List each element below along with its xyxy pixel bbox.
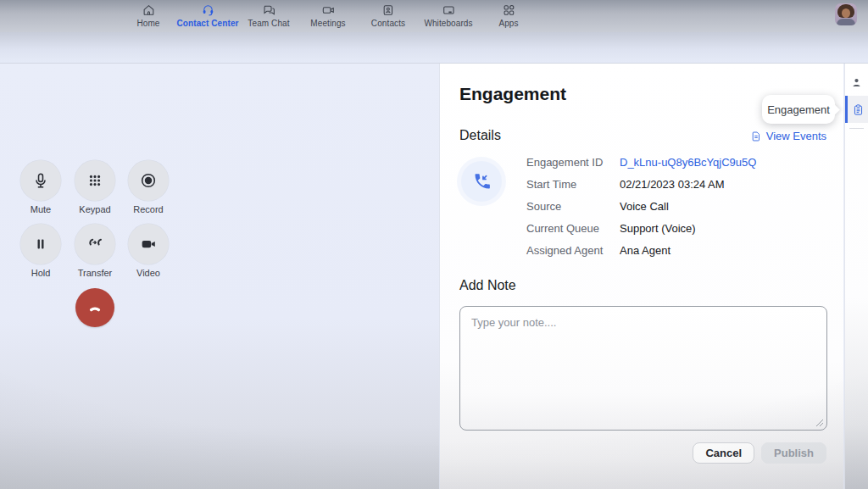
note-input[interactable] <box>459 306 827 431</box>
rail-profile-button[interactable] <box>845 69 868 96</box>
avatar-body <box>837 19 855 25</box>
keypad-dots-icon <box>75 160 115 201</box>
microphone-icon <box>20 160 61 201</box>
keypad-label: Keypad <box>68 204 122 214</box>
nav-team-chat-label: Team Chat <box>248 19 289 28</box>
detail-row-assigned-agent: Assigned Agent Ana Agent <box>526 245 756 257</box>
nav-apps[interactable]: Apps <box>498 3 518 28</box>
home-icon <box>141 3 155 17</box>
person-icon <box>850 76 863 89</box>
detail-label: Assigned Agent <box>526 245 620 257</box>
rail-divider <box>849 128 864 129</box>
document-icon <box>750 131 762 142</box>
nav-apps-label: Apps <box>498 19 518 28</box>
nav-whiteboards[interactable]: Whiteboards <box>424 3 472 28</box>
mute-button[interactable]: Mute <box>14 160 68 214</box>
nav-meetings[interactable]: Meetings <box>310 3 345 28</box>
engagement-tooltip: Engagement <box>762 95 835 124</box>
headset-icon <box>200 3 214 17</box>
detail-label: Source <box>526 201 620 213</box>
nav-contact-center[interactable]: Contact Center <box>176 3 238 28</box>
engagement-panel: Engagement Details View Events Engagemen… <box>439 64 843 489</box>
nav-meetings-label: Meetings <box>310 19 345 28</box>
engagement-id-link[interactable]: D_kLnu-uQ8y6BcYqjC9u5Q <box>620 157 756 169</box>
active-call-controls: Mute Keypad Record Hold <box>0 64 439 489</box>
handset-down-icon <box>85 297 105 318</box>
right-rail <box>844 64 868 489</box>
detail-value: 02/21/2023 03:24 AM <box>620 179 725 191</box>
note-box <box>459 306 827 431</box>
note-actions: Cancel Publish <box>693 442 826 464</box>
record-button[interactable]: Record <box>121 160 175 214</box>
detail-row-current-queue: Current Queue Support (Voice) <box>526 223 756 235</box>
whiteboard-icon <box>442 3 456 17</box>
view-events-label: View Events <box>766 130 826 142</box>
publish-button[interactable]: Publish <box>761 442 826 464</box>
details-heading: Details <box>459 128 501 143</box>
engagement-tooltip-label: Engagement <box>767 103 830 116</box>
apps-grid-icon <box>501 3 515 17</box>
detail-value: Ana Agent <box>620 245 670 257</box>
nav-whiteboards-label: Whiteboards <box>424 19 472 28</box>
video-button[interactable]: Video <box>121 224 175 278</box>
clipboard-icon <box>852 103 865 116</box>
video-camera-icon <box>320 3 335 17</box>
rail-engagement-button[interactable] <box>845 96 868 123</box>
transfer-handsets-icon <box>75 224 115 264</box>
panel-title: Engagement <box>459 84 566 104</box>
add-note-heading: Add Note <box>459 278 516 293</box>
details-list: Engagement ID D_kLnu-uQ8y6BcYqjC9u5Q Sta… <box>526 157 756 257</box>
top-navigation: Home Contact Center Team Chat Meetings C… <box>0 0 868 32</box>
nav-contacts-label: Contacts <box>371 19 405 28</box>
avatar-face <box>842 8 850 18</box>
nav-contact-center-label: Contact Center <box>176 19 238 28</box>
mute-label: Mute <box>14 204 68 214</box>
pause-icon <box>20 224 61 264</box>
nav-home-label: Home <box>136 19 159 28</box>
incoming-call-icon <box>470 170 492 192</box>
detail-label: Engagement ID <box>526 157 620 169</box>
user-avatar[interactable] <box>835 3 857 25</box>
detail-row-source: Source Voice Call <box>526 201 756 213</box>
app-window: Home Contact Center Team Chat Meetings C… <box>0 0 868 489</box>
subheader-band <box>0 32 868 64</box>
detail-value: Support (Voice) <box>620 223 696 235</box>
view-events-link[interactable]: View Events <box>750 130 826 142</box>
detail-row-engagement-id: Engagement ID D_kLnu-uQ8y6BcYqjC9u5Q <box>526 157 756 169</box>
hold-button[interactable]: Hold <box>14 224 68 278</box>
video-camera-filled-icon <box>128 224 169 264</box>
end-call-button[interactable] <box>75 288 114 327</box>
chat-bubbles-icon <box>261 3 275 17</box>
nav-home[interactable]: Home <box>136 3 159 28</box>
record-label: Record <box>121 204 175 214</box>
nav-team-chat[interactable]: Team Chat <box>248 3 289 28</box>
detail-row-start-time: Start Time 02/21/2023 03:24 AM <box>526 179 756 191</box>
contact-card-icon <box>381 3 395 17</box>
hold-label: Hold <box>14 268 68 278</box>
nav-contacts[interactable]: Contacts <box>371 3 405 28</box>
detail-label: Start Time <box>526 179 620 191</box>
detail-label: Current Queue <box>526 223 620 235</box>
cancel-button[interactable]: Cancel <box>693 442 754 464</box>
incoming-call-avatar <box>461 161 502 202</box>
transfer-button[interactable]: Transfer <box>68 224 122 278</box>
video-label: Video <box>121 268 175 278</box>
transfer-label: Transfer <box>68 268 122 278</box>
record-dot-icon <box>128 160 169 201</box>
detail-value: Voice Call <box>620 201 669 213</box>
keypad-button[interactable]: Keypad <box>68 160 122 214</box>
